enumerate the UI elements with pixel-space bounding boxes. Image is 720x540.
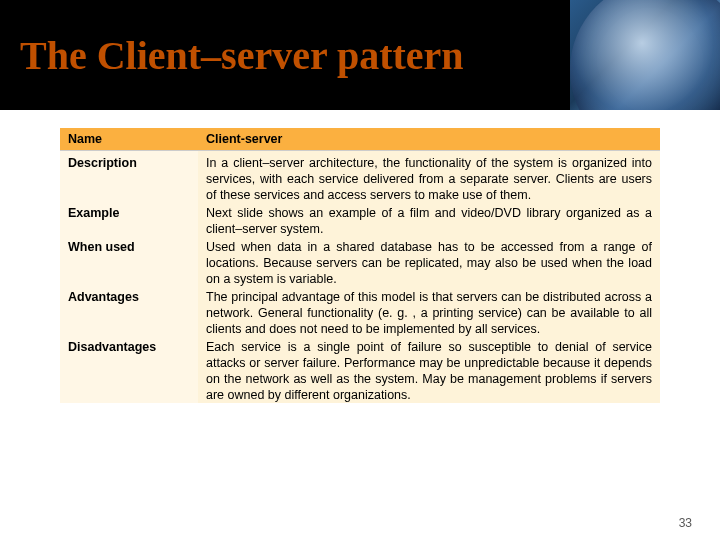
table-row: Example Next slide shows an example of a… bbox=[60, 203, 660, 237]
row-value-when-used: Used when data in a shared database has … bbox=[198, 237, 660, 287]
content-area: Name Client-server Description In a clie… bbox=[0, 110, 720, 403]
table-row: Disadvantages Each service is a single p… bbox=[60, 337, 660, 403]
title-bar: The Client–server pattern bbox=[0, 0, 720, 110]
row-value-disadvantages: Each service is a single point of failur… bbox=[198, 337, 660, 403]
row-label-when-used: When used bbox=[60, 237, 198, 287]
page-title: The Client–server pattern bbox=[20, 32, 464, 79]
page-number: 33 bbox=[679, 516, 692, 530]
row-label-example: Example bbox=[60, 203, 198, 237]
pattern-table: Name Client-server Description In a clie… bbox=[60, 128, 660, 403]
row-value-description: In a client–server architecture, the fun… bbox=[198, 151, 660, 204]
row-value-example: Next slide shows an example of a film an… bbox=[198, 203, 660, 237]
header-value: Client-server bbox=[198, 128, 660, 151]
table-row: Advantages The principal advantage of th… bbox=[60, 287, 660, 337]
decorative-globe-image bbox=[570, 0, 720, 110]
table-row: Description In a client–server architect… bbox=[60, 151, 660, 204]
row-label-advantages: Advantages bbox=[60, 287, 198, 337]
row-value-advantages: The principal advantage of this model is… bbox=[198, 287, 660, 337]
row-label-description: Description bbox=[60, 151, 198, 204]
row-label-disadvantages: Disadvantages bbox=[60, 337, 198, 403]
header-name: Name bbox=[60, 128, 198, 151]
table-header-row: Name Client-server bbox=[60, 128, 660, 151]
table-row: When used Used when data in a shared dat… bbox=[60, 237, 660, 287]
